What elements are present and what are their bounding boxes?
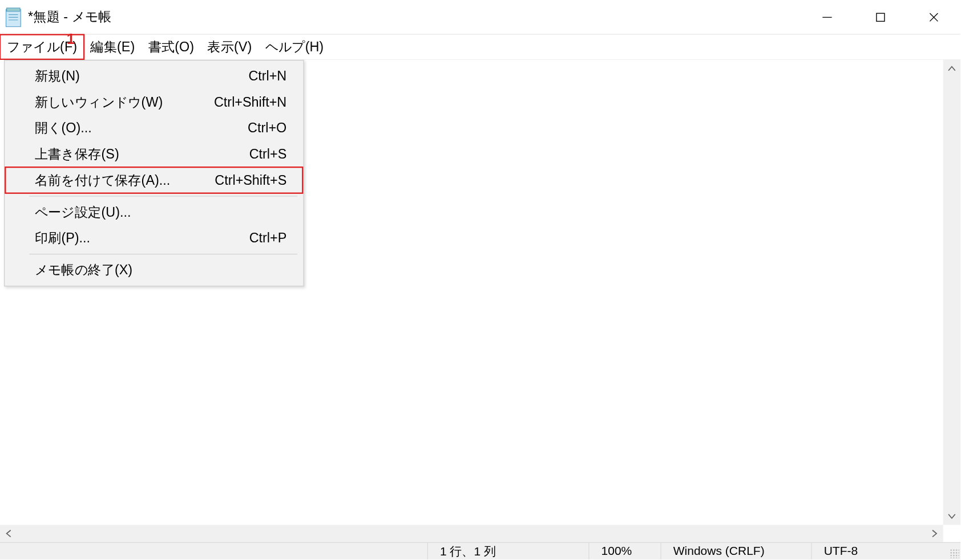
file-menu-new-window[interactable]: 新しいウィンドウ(W) Ctrl+Shift+N	[5, 90, 302, 116]
notepad-icon	[5, 7, 21, 27]
file-menu-print[interactable]: 印刷(P)... Ctrl+P	[5, 225, 302, 251]
svg-rect-6	[877, 13, 885, 21]
svg-rect-0	[6, 9, 21, 26]
menu-separator	[29, 196, 297, 196]
scroll-left-icon[interactable]	[0, 525, 17, 542]
menu-format[interactable]: 書式(O)	[142, 35, 201, 59]
menu-item-shortcut: Ctrl+P	[249, 230, 287, 246]
menu-item-label: 新規(N)	[35, 67, 80, 86]
menu-bar: ファイル(F) 編集(E) 書式(O) 表示(V) ヘルプ(H)	[0, 35, 960, 60]
file-menu-open[interactable]: 開く(O)... Ctrl+O	[5, 115, 302, 141]
menu-item-label: メモ帳の終了(X)	[35, 261, 132, 279]
status-zoom: 100%	[588, 543, 660, 559]
svg-rect-1	[7, 7, 20, 11]
menu-view[interactable]: 表示(V)	[201, 35, 259, 59]
menu-item-label: ページ設定(U)...	[35, 203, 131, 221]
menu-item-label: 印刷(P)...	[35, 229, 90, 247]
menu-item-shortcut: Ctrl+S	[249, 147, 287, 162]
resize-grip-icon[interactable]	[947, 543, 960, 559]
menu-item-label: 新しいウィンドウ(W)	[35, 94, 163, 112]
menu-item-shortcut: Ctrl+Shift+S	[215, 173, 286, 188]
status-encoding: UTF-8	[811, 543, 947, 559]
annotation-1: 1	[67, 31, 75, 48]
maximize-button[interactable]	[854, 0, 907, 34]
menu-item-label: 開く(O)...	[35, 119, 92, 137]
menu-separator	[29, 254, 297, 254]
file-menu-save-as[interactable]: 名前を付けて保存(A)... Ctrl+Shift+S	[5, 167, 302, 193]
menu-help[interactable]: ヘルプ(H)	[259, 35, 330, 59]
scroll-up-icon[interactable]	[943, 60, 960, 77]
menu-item-label: 名前を付けて保存(A)...	[35, 171, 171, 189]
file-menu-new[interactable]: 新規(N) Ctrl+N	[5, 63, 302, 90]
file-menu-exit[interactable]: メモ帳の終了(X)	[5, 257, 302, 283]
scroll-down-icon[interactable]	[943, 508, 960, 525]
file-menu-save[interactable]: 上書き保存(S) Ctrl+S	[5, 141, 302, 168]
title-bar: *無題 - メモ帳	[0, 0, 960, 35]
menu-edit[interactable]: 編集(E)	[84, 35, 142, 59]
minimize-button[interactable]	[801, 0, 854, 34]
status-position: 1 行、1 列	[427, 543, 589, 559]
window-title: *無題 - メモ帳	[28, 8, 112, 26]
menu-item-shortcut: Ctrl+O	[248, 120, 286, 136]
horizontal-scrollbar[interactable]	[0, 525, 943, 542]
status-line-ending: Windows (CRLF)	[660, 543, 811, 559]
status-bar: 1 行、1 列 100% Windows (CRLF) UTF-8	[0, 542, 960, 559]
scroll-right-icon[interactable]	[926, 525, 943, 542]
menu-item-shortcut: Ctrl+Shift+N	[214, 95, 286, 110]
menu-item-label: 上書き保存(S)	[35, 145, 119, 164]
close-button[interactable]	[907, 0, 960, 34]
file-menu-page-setup[interactable]: ページ設定(U)...	[5, 199, 302, 225]
vertical-scrollbar[interactable]	[943, 60, 960, 525]
menu-item-shortcut: Ctrl+N	[248, 68, 286, 84]
file-menu-dropdown: 新規(N) Ctrl+N 新しいウィンドウ(W) Ctrl+Shift+N 開く…	[4, 60, 304, 286]
